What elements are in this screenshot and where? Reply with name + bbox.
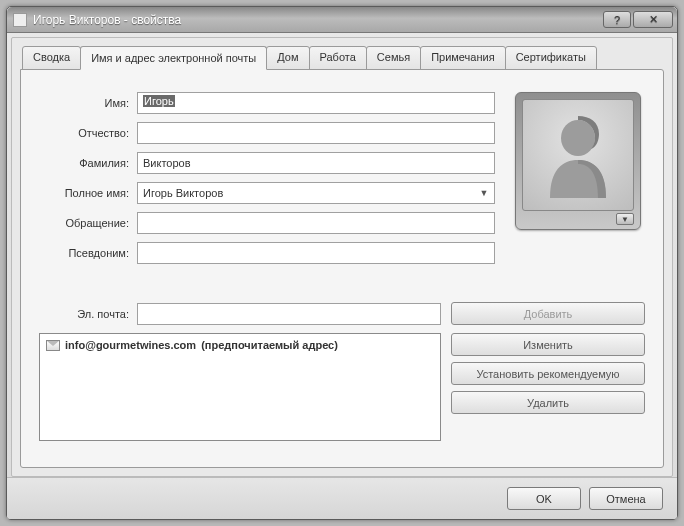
tab-panel: Имя: Игорь Отчество: Фамилия: <box>20 69 664 468</box>
tab-work[interactable]: Работа <box>309 46 367 70</box>
person-icon <box>538 110 618 200</box>
email-list-item[interactable]: info@gourmetwines.com (предпочитаемый ад… <box>44 338 436 352</box>
email-input[interactable] <box>137 303 441 325</box>
label-first-name: Имя: <box>39 97 137 109</box>
help-button[interactable]: ? <box>603 11 631 28</box>
label-nickname: Псевдоним: <box>39 247 137 259</box>
properties-window: Игорь Викторов - свойства ? ✕ Сводка Имя… <box>6 6 678 520</box>
full-name-combo[interactable]: Игорь Викторов ▼ <box>137 182 495 204</box>
email-section: Эл. почта: Добавить info@gourmetwines.co… <box>39 302 645 441</box>
tab-notes[interactable]: Примечания <box>420 46 506 70</box>
window-buttons: ? ✕ <box>603 11 673 28</box>
avatar-frame[interactable]: ▼ <box>515 92 641 230</box>
cancel-button[interactable]: Отмена <box>589 487 663 510</box>
window-title: Игорь Викторов - свойства <box>33 13 603 27</box>
titlebar[interactable]: Игорь Викторов - свойства ? ✕ <box>7 7 677 33</box>
tab-home[interactable]: Дом <box>266 46 309 70</box>
label-full-name: Полное имя: <box>39 187 137 199</box>
name-form: Имя: Игорь Отчество: Фамилия: <box>39 92 495 272</box>
ok-button[interactable]: OK <box>507 487 581 510</box>
middle-name-field[interactable] <box>137 122 495 144</box>
last-name-field[interactable] <box>137 152 495 174</box>
nickname-field[interactable] <box>137 242 495 264</box>
dialog-footer: OK Отмена <box>7 477 677 519</box>
tab-certificates[interactable]: Сертификаты <box>505 46 597 70</box>
chevron-down-icon: ▼ <box>476 185 492 201</box>
app-icon <box>13 13 27 27</box>
tab-family[interactable]: Семья <box>366 46 421 70</box>
add-email-button[interactable]: Добавить <box>451 302 645 325</box>
tab-summary[interactable]: Сводка <box>22 46 81 70</box>
set-default-email-button[interactable]: Установить рекомендуемую <box>451 362 645 385</box>
upper-section: Имя: Игорь Отчество: Фамилия: <box>39 92 645 272</box>
edit-email-button[interactable]: Изменить <box>451 333 645 356</box>
email-suffix: (предпочитаемый адрес) <box>201 339 338 351</box>
svg-point-0 <box>561 120 595 156</box>
client-area: Сводка Имя и адрес электронной почты Дом… <box>11 37 673 477</box>
tab-name-email[interactable]: Имя и адрес электронной почты <box>80 46 267 70</box>
photo-column: ▼ <box>515 92 645 272</box>
label-middle-name: Отчество: <box>39 127 137 139</box>
avatar-placeholder <box>522 99 634 211</box>
title-field[interactable] <box>137 212 495 234</box>
close-button[interactable]: ✕ <box>633 11 673 28</box>
email-address: info@gourmetwines.com <box>65 339 196 351</box>
email-buttons: Изменить Установить рекомендуемую Удалит… <box>451 333 645 441</box>
label-last-name: Фамилия: <box>39 157 137 169</box>
avatar-dropdown-button[interactable]: ▼ <box>616 213 634 225</box>
first-name-field[interactable]: Игорь <box>137 92 495 114</box>
envelope-icon <box>46 340 60 351</box>
email-list[interactable]: info@gourmetwines.com (предпочитаемый ад… <box>39 333 441 441</box>
delete-email-button[interactable]: Удалить <box>451 391 645 414</box>
full-name-value: Игорь Викторов <box>143 187 223 199</box>
tab-strip: Сводка Имя и адрес электронной почты Дом… <box>20 46 664 70</box>
label-email: Эл. почта: <box>39 308 137 320</box>
label-title: Обращение: <box>39 217 137 229</box>
